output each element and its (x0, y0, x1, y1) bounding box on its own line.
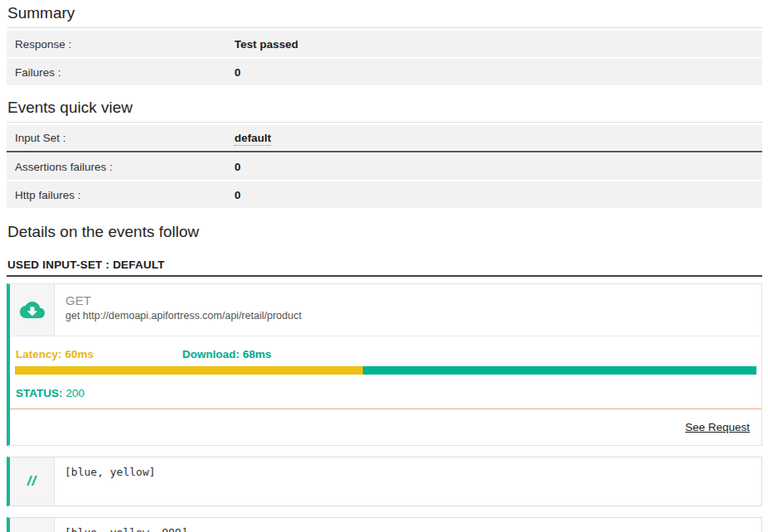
table-row: Response : Test passed (7, 31, 762, 57)
table-row: Http failures : 0 (7, 181, 762, 208)
section-divider (7, 275, 762, 277)
used-input-set-heading: USED INPUT-SET : DEFAULT (7, 259, 762, 271)
status-value: 200 (66, 387, 85, 399)
failures-value: 0 (234, 66, 241, 79)
code-icon-cell: // (10, 518, 55, 532)
table-row: Failures : 0 (7, 59, 762, 85)
events-quick-view-title: Events quick view (7, 96, 762, 123)
summary-table: Response : Test passed Failures : 0 (7, 31, 762, 85)
latency-bar-segment (15, 366, 363, 375)
request-icon-cell (10, 284, 55, 336)
table-row: Input Set : default (7, 125, 762, 152)
events-quick-view-table: Input Set : default Assertions failures … (7, 125, 762, 208)
cloud-download-icon (20, 297, 45, 322)
request-header: GET get http://demoapi.apifortress.com/a… (10, 284, 761, 336)
code-block-card: // [blue, yellow] (7, 457, 762, 506)
latency-label: Latency: (16, 348, 62, 360)
request-body: Latency:60msDownload:68ms STATUS:200 See… (10, 336, 761, 445)
latency-metric: Latency:60ms (16, 348, 182, 360)
report-page: Summary Response : Test passed Failures … (0, 0, 768, 532)
download-label: Download: (182, 348, 239, 360)
download-metric: Download:68ms (182, 348, 272, 360)
table-row: Assertions failures : 0 (7, 153, 762, 180)
comment-slashes-icon: // (27, 473, 36, 490)
code-block-card: // [blue, yellow, 999] (7, 517, 762, 532)
http-failures-value: 0 (234, 189, 241, 201)
row-label: Http failures : (15, 189, 234, 201)
input-set-value[interactable]: default (234, 132, 271, 146)
response-value: Test passed (234, 38, 298, 51)
row-label: Assertions failures : (15, 161, 234, 173)
see-request-row: See Request (15, 409, 756, 445)
summary-title: Summary (7, 2, 762, 28)
request-titles: GET get http://demoapi.apifortress.com/a… (55, 284, 302, 336)
assertions-failures-value: 0 (234, 161, 241, 173)
code-icon-cell: // (10, 457, 55, 505)
row-label: Failures : (15, 66, 234, 79)
timing-bar (15, 366, 756, 375)
metrics-row: Latency:60msDownload:68ms (15, 348, 756, 360)
download-bar-segment (363, 366, 756, 375)
status-label: STATUS: (16, 387, 63, 399)
request-url: get http://demoapi.apifortress.com/api/r… (65, 310, 302, 322)
code-text: [blue, yellow] (55, 457, 166, 505)
row-label: Response : (15, 38, 234, 51)
details-title: Details on the events follow (7, 220, 762, 246)
download-value: 68ms (243, 348, 272, 360)
http-method: GET (65, 293, 302, 307)
request-event-card: GET get http://demoapi.apifortress.com/a… (7, 283, 762, 446)
latency-value: 60ms (65, 348, 94, 360)
status-row: STATUS:200 (15, 380, 756, 409)
row-label: Input Set : (15, 132, 234, 144)
see-request-link[interactable]: See Request (685, 421, 750, 433)
code-text: [blue, yellow, 999] (55, 518, 198, 532)
